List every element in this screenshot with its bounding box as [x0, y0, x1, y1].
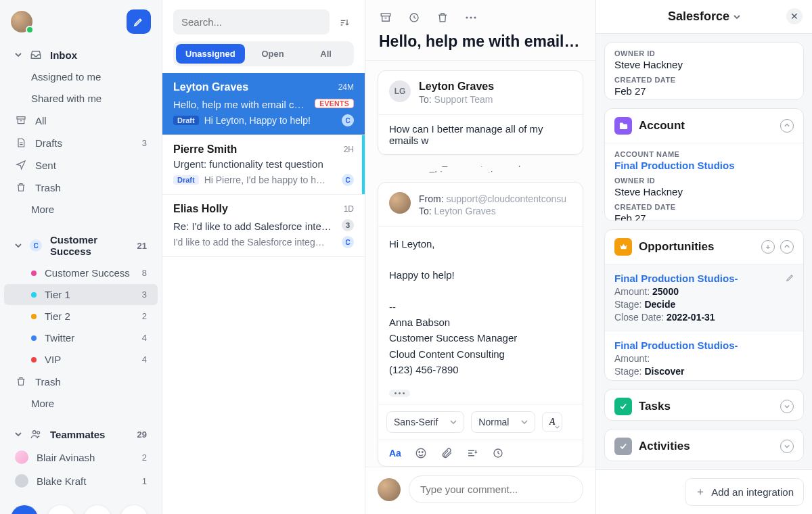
archive-button[interactable]	[379, 11, 392, 24]
svg-point-11	[470, 16, 472, 18]
conversation-item[interactable]: Elias Holly1D Re: I'd like to add Salesf…	[162, 195, 365, 257]
dot-icon	[31, 292, 37, 298]
conversation-item[interactable]: Leyton Graves24M Hello, help me with ema…	[162, 73, 365, 135]
nav-item-teammate[interactable]: Blake Kraft1	[4, 469, 158, 492]
conversation-toolbar	[365, 0, 595, 28]
user-avatar-small	[378, 478, 401, 501]
nav-item-tier1[interactable]: Tier 13	[4, 284, 158, 305]
archive-icon	[15, 114, 27, 126]
nav-item-sent[interactable]: Sent	[4, 154, 158, 176]
nav-item-cs-main[interactable]: Customer Success8	[4, 262, 158, 283]
analytics-button[interactable]	[47, 505, 74, 514]
nav-sidebar: Inbox Assigned to me Shared with me All …	[0, 0, 162, 514]
dot-icon	[31, 271, 37, 276]
chevron-down-icon	[15, 242, 22, 249]
emoji-button[interactable]	[415, 447, 427, 459]
comment-input[interactable]	[409, 475, 583, 503]
text-color-button[interactable]: A	[542, 412, 562, 432]
opportunity-item[interactable]: Final Production Studios- Amount: 25000 …	[605, 264, 803, 331]
font-size-select[interactable]: Normal	[471, 411, 535, 433]
card-header-tasks[interactable]: Tasks	[605, 390, 803, 421]
svg-point-12	[474, 16, 476, 18]
tab-all[interactable]: All	[300, 44, 351, 64]
nav-section-cs: C Customer Success 21 Customer Success8 …	[0, 225, 162, 419]
nav-item-shared[interactable]: Shared with me	[4, 88, 158, 109]
nav-item-vip[interactable]: VIP4	[4, 349, 158, 370]
add-icon[interactable]: +	[761, 240, 775, 254]
user-avatar-small	[389, 192, 411, 214]
conversation-list: Leyton Graves24M Hello, help me with ema…	[162, 73, 365, 257]
compose-button[interactable]	[127, 9, 151, 34]
delete-button[interactable]	[436, 11, 449, 24]
draft-chip: Draft	[173, 175, 199, 185]
chevron-down-icon	[450, 419, 457, 425]
edit-icon[interactable]	[786, 273, 795, 282]
show-trimmed-button[interactable]	[389, 390, 410, 397]
channel-badge: C	[342, 114, 354, 126]
collapse-icon[interactable]	[780, 240, 794, 254]
user-avatar[interactable]	[11, 11, 32, 32]
formatting-toggle[interactable]: Aa	[389, 448, 401, 459]
close-panel-button[interactable]: ✕	[786, 8, 803, 24]
channel-badge: C	[342, 174, 354, 186]
conversation-item[interactable]: Pierre Smith2H Urgent: functionality tes…	[162, 135, 365, 195]
nav-branch-cs[interactable]: C Customer Success 21	[4, 229, 158, 262]
plus-icon: ＋	[695, 485, 706, 499]
snooze-button[interactable]	[407, 11, 421, 24]
contacts-button[interactable]	[84, 505, 111, 514]
activity-event: This conversation was m	[378, 170, 583, 172]
nav-branch-team[interactable]: Teammates 29	[4, 423, 158, 445]
dot-icon	[31, 314, 37, 319]
expand-icon[interactable]	[780, 440, 794, 453]
conversation-title: Hello, help me with email co	[365, 28, 595, 61]
card-header-opps[interactable]: Opportunities +	[605, 230, 803, 264]
inbox-bubble-button[interactable]	[11, 505, 38, 514]
check-icon	[614, 398, 632, 415]
nav-item-drafts[interactable]: Drafts3	[4, 132, 158, 154]
nav-item-tier2[interactable]: Tier 22	[4, 306, 158, 327]
chevron-down-icon	[734, 14, 740, 20]
panel-title-button[interactable]: Salesforce	[668, 9, 740, 24]
nav-item-cs-trash[interactable]: Trash	[4, 371, 158, 392]
add-integration-button[interactable]: ＋Add an integration	[685, 478, 804, 506]
trash-icon	[15, 375, 27, 388]
nav-item-more[interactable]: More	[4, 199, 158, 220]
search-input[interactable]	[173, 9, 330, 34]
schedule-button[interactable]	[492, 447, 504, 459]
chevron-down-icon	[15, 51, 22, 58]
nav-branch-inbox[interactable]: Inbox	[4, 44, 158, 66]
nav-bottom-bar	[0, 497, 162, 514]
sort-button[interactable]	[335, 13, 354, 32]
nav-item-trash[interactable]: Trash	[4, 177, 158, 198]
nav-item-twitter[interactable]: Twitter4	[4, 327, 158, 348]
svg-point-1	[33, 431, 37, 434]
svg-point-2	[37, 431, 40, 434]
insert-button[interactable]	[466, 447, 478, 459]
opportunity-item[interactable]: Final Production Studios- Amount: Stage:…	[605, 331, 803, 381]
nav-section-inbox: Inbox Assigned to me Shared with me All …	[0, 39, 162, 225]
compose-body-editor[interactable]: Hi Leyton, Happy to help! -- Anna Babson…	[378, 227, 583, 383]
card-header-account[interactable]: Account	[605, 109, 803, 143]
collapse-icon[interactable]	[780, 119, 794, 133]
nav-item-cs-more[interactable]: More	[4, 393, 158, 414]
dot-icon	[31, 335, 37, 341]
events-chip: EVENTS	[315, 99, 354, 108]
activities-icon	[614, 438, 632, 455]
tab-unassigned[interactable]: Unassigned	[176, 44, 245, 64]
svg-point-14	[419, 452, 420, 453]
tab-open[interactable]: Open	[248, 44, 298, 64]
nav-item-assigned[interactable]: Assigned to me	[4, 66, 158, 87]
msg-count-badge: 3	[342, 219, 354, 231]
account-link[interactable]: Final Production Studios	[614, 160, 794, 171]
conversation-column: Hello, help me with email co LG Leyton G…	[365, 0, 595, 514]
font-family-select[interactable]: Sans-Serif	[386, 411, 464, 433]
sender-avatar: LG	[389, 80, 411, 102]
more-actions-button[interactable]	[464, 11, 478, 24]
more-button[interactable]	[120, 505, 148, 514]
card-header-activities[interactable]: Activities	[605, 429, 803, 461]
nav-item-teammate[interactable]: Blair Avinash2	[4, 446, 158, 469]
expand-icon[interactable]	[780, 400, 794, 413]
attach-button[interactable]	[441, 447, 453, 459]
compose-card: From: support@cloudcontentconsu To: Leyt…	[378, 182, 583, 467]
nav-item-all[interactable]: All	[4, 110, 158, 131]
